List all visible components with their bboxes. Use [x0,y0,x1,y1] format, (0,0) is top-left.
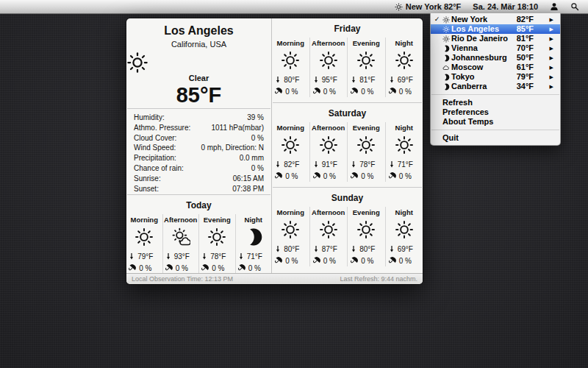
temp-arrow-icon [350,244,357,253]
forecast-period: Evening 78°F 0 % [347,122,385,182]
spotlight-item[interactable] [564,0,588,13]
temp-arrow-icon [388,244,395,253]
menu-separator [431,94,559,95]
temp-arrow-icon [350,75,357,84]
menu-item-johannesburg[interactable]: Johannesburg 50°F ▶ [431,53,560,63]
umbrella-icon [348,255,361,267]
temp-arrow-icon [350,160,357,169]
current-condition: Clear [126,74,271,82]
city-temp: 79°F [517,72,534,82]
period-rain: 0 % [323,172,336,180]
current-conditions-panel: Los Angeles California, USA Clear 85°F H… [126,18,272,273]
forecast-period: Morning 79°F 0 % [126,214,162,274]
submenu-arrow-icon: ▶ [550,24,553,34]
period-label: Morning [277,39,304,47]
menu-item-new-york[interactable]: ✓ New York 82°F ▶ [431,15,560,24]
period-rain: 0 % [399,88,412,96]
city-name: Rio De Janeiro [451,34,508,43]
menu-item-moscow[interactable]: Moscow 61°F ▶ [431,63,560,72]
sun-icon [207,224,226,250]
search-icon [570,2,579,11]
menu-item-refresh[interactable]: Refresh [431,98,560,107]
period-temp: 71°F [398,160,413,169]
city-name: Johannesburg [451,53,507,63]
period-label: Afternoon [312,124,345,132]
temp-arrow-icon [388,160,395,169]
temp-arrow-icon [388,75,395,84]
period-temp: 80°F [284,76,299,84]
period-temp: 95°F [322,76,337,84]
clock-item[interactable]: Sa. 24. Mär 18:10 [467,0,544,13]
period-rain: 0 % [399,257,412,265]
weather-dropdown-menu: ✓ New York 82°F ▶ Los Angeles 85°F ▶ Rio… [430,13,561,146]
umbrella-icon [273,170,285,183]
temp-arrow-icon [312,244,320,253]
menu-item-canberra[interactable]: Canberra 34°F ▶ [431,82,560,91]
temp-arrow-icon [274,244,282,253]
menu-item-quit[interactable]: Quit [431,133,560,143]
menu-item-rio-de-janeiro[interactable]: Rio De Janeiro 81°F ▶ [431,34,560,43]
period-rain: 0 % [212,264,224,272]
detail-row: Precipitation:0.0 mm [134,153,264,163]
sun-icon [281,132,300,158]
city-temp: 34°F [517,82,534,91]
period-rain: 0 % [361,257,373,265]
submenu-arrow-icon: ▶ [550,82,553,91]
section-title: Today [126,200,271,210]
forecast-period: Morning 80°F 0 % [272,38,309,97]
forecast-period: Night 69°F 0 % [385,207,423,266]
forecast-period: Evening 80°F 0 % [347,207,385,266]
menu-item-tokyo[interactable]: Tokyo 79°F ▶ [431,72,560,82]
period-label: Morning [277,208,304,216]
temp-arrow-icon [312,75,320,84]
forecast-section-sunday: Sunday Morning 80°F 0 % Afternoon 87°F 0… [272,188,423,273]
temp-arrow-icon [165,252,172,261]
current-region: California, USA [126,40,271,49]
cloud-icon [441,64,451,71]
period-rain: 0 % [285,257,298,265]
umbrella-icon [310,85,323,98]
period-label: Night [395,124,413,132]
sun-icon [441,35,451,43]
forecast-period: Afternoon 87°F 0 % [309,207,348,266]
temp-arrow-icon [201,252,208,261]
period-label: Evening [353,124,380,132]
window-status-bar: Local Observation Time: 12:13 PM Last Re… [126,273,423,284]
period-label: Afternoon [164,216,197,224]
menubar-clock: Sa. 24. Mär 18:10 [473,2,538,11]
period-temp: 80°F [284,245,299,253]
umbrella-icon [126,262,139,275]
temp-arrow-icon [237,252,245,261]
menu-item-preferences[interactable]: Preferences [431,107,560,117]
menu-item-vienna[interactable]: Vienna 70°F ▶ [431,43,560,53]
sun-icon [319,216,338,243]
city-name: New York [451,15,487,24]
temp-arrow-icon [128,252,135,261]
user-menu-item[interactable] [544,0,564,13]
current-city: Los Angeles [126,24,271,38]
temp-arrow-icon [274,160,282,169]
period-temp: 79°F [137,252,153,261]
period-rain: 0 % [285,172,298,180]
umbrella-icon [386,170,398,183]
period-rain: 0 % [248,264,261,272]
weather-status-item[interactable]: New York 82°F [389,0,467,13]
submenu-arrow-icon: ▶ [550,43,553,53]
forecast-section-saturday: Saturday Morning 82°F 0 % Afternoon 91°F… [272,103,423,187]
period-rain: 0 % [176,264,188,272]
sun-icon [126,52,271,74]
details-list: Humidity:39 % Athmo. Pressure:1011 hPa(m… [126,109,271,194]
menu-item-about[interactable]: About Temps [431,117,560,127]
submenu-arrow-icon: ▶ [550,72,553,82]
section-title: Saturday [272,108,423,118]
menu-item-los-angeles[interactable]: Los Angeles 85°F ▶ [431,24,560,34]
period-rain: 0 % [361,172,373,180]
umbrella-icon [235,262,248,275]
umbrella-icon [386,255,398,267]
city-name: Vienna [451,43,478,53]
menu-bar: New York 82°F Sa. 24. Mär 18:10 [0,0,588,14]
menu-separator [431,130,559,130]
city-name: Los Angeles [451,24,499,34]
sun-icon [281,216,300,243]
sun-icon [441,26,451,33]
